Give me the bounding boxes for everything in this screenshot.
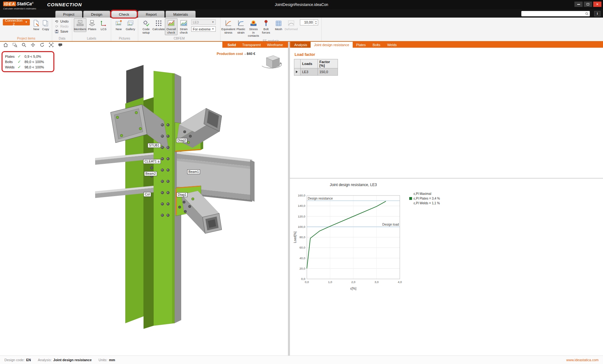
rotate-view-icon[interactable] — [40, 42, 45, 47]
label-tool-icon[interactable] — [58, 42, 63, 47]
equivalent-stress-button[interactable]: Equivalent stress — [222, 18, 235, 35]
tab-report[interactable]: Report — [138, 11, 165, 18]
tab-welds[interactable]: Welds — [384, 42, 400, 48]
save-button[interactable]: Save — [54, 29, 70, 34]
member-label-stub1[interactable]: STUB1 — [148, 143, 161, 148]
app-window: IDEAStatiCa® Calculate yesterday's estim… — [0, 0, 603, 364]
search-input[interactable] — [523, 12, 585, 16]
picture-new-button[interactable]: New — [113, 18, 125, 32]
deformed-button[interactable]: Deformed — [285, 18, 297, 32]
tab-project[interactable]: Project — [55, 11, 82, 18]
copy-icon — [42, 19, 49, 27]
calculate-icon — [155, 19, 162, 27]
production-cost: Production cost- 840 € — [217, 52, 255, 56]
toolbar-row: Solid Transparent Wireframe Analysis Joi… — [0, 42, 603, 48]
design-code-value: EN — [26, 358, 31, 362]
labels-plates-toggle[interactable]: Plates — [86, 18, 98, 32]
connection-3d-model[interactable] — [0, 48, 288, 356]
home-view-icon[interactable] — [3, 42, 8, 47]
code-setup-icon — [142, 19, 150, 27]
plastic-strain-button[interactable]: Plastic strain — [235, 18, 247, 35]
svg-text:3,0: 3,0 — [374, 280, 378, 284]
main-tab-row: Project Design Check Report Materials i — [0, 9, 603, 18]
stress-in-contacts-button[interactable]: Stress in contacts — [247, 18, 260, 39]
tab-check[interactable]: Check — [111, 11, 137, 18]
info-button[interactable]: i — [594, 11, 600, 16]
deformed-scale-spinner[interactable]: 10,00 ▲▼ — [300, 19, 318, 25]
website-link[interactable]: www.ideastatica.com — [566, 358, 599, 362]
resistance-chart: 0,020,040,060,080,0100,0120,0140,0160,00… — [292, 180, 506, 293]
overall-check-button[interactable]: Overall check — [165, 18, 177, 35]
cell-factor[interactable]: 150,0 — [318, 68, 338, 76]
bolt-forces-button[interactable]: Bolt forces — [260, 18, 272, 35]
close-button[interactable]: ✕ — [593, 2, 601, 7]
svg-text:40,0: 40,0 — [300, 256, 306, 260]
tab-design[interactable]: Design — [83, 11, 110, 18]
maximize-button[interactable] — [584, 2, 592, 7]
svg-text:1,0: 1,0 — [328, 280, 332, 284]
new-project-item-button[interactable]: New — [32, 18, 41, 32]
chart-panel: 0,020,040,060,080,0100,0120,0140,0160,00… — [290, 179, 603, 356]
svg-text:80,0: 80,0 — [300, 235, 306, 239]
chevron-down-icon: ▼ — [212, 28, 214, 30]
picture-gallery-button[interactable]: Gallery — [125, 18, 137, 32]
check-row-welds: Welds ✓ 98,0 < 100% — [5, 64, 51, 70]
copy-button[interactable]: Copy — [41, 18, 50, 32]
column-member[interactable] — [125, 65, 181, 329]
extreme-dropdown[interactable]: For extreme▼ — [191, 26, 216, 32]
search-icon[interactable] — [585, 12, 589, 16]
connection-selector[interactable]: Connection 2▼ — [3, 19, 30, 25]
zoom-window-icon[interactable] — [12, 42, 17, 47]
new-document-icon — [32, 19, 40, 27]
undo-button[interactable]: Undo — [54, 19, 70, 24]
load-case-dropdown[interactable]: LE3▼ — [191, 19, 216, 25]
member-label-diag1[interactable]: Diag1 — [177, 192, 187, 197]
diag2-member[interactable] — [175, 108, 222, 152]
cell-loads[interactable]: LE3 — [301, 68, 318, 76]
tab-joint-design-resistance[interactable]: Joint design resistance — [311, 42, 353, 48]
check-pass-icon: ✓ — [18, 65, 24, 69]
tab-analysis[interactable]: Analysis — [291, 42, 311, 48]
member-label-beam1[interactable]: Beam1 — [187, 169, 200, 174]
save-icon — [55, 29, 59, 34]
spinner-down-icon[interactable]: ▼ — [315, 23, 317, 25]
member-label-col[interactable]: Col — [144, 192, 151, 197]
ribbon-group-project-items: Connection 2▼ New Copy Project items — [1, 18, 52, 41]
table-row[interactable]: LE3 150,0 — [294, 68, 338, 76]
calculate-button[interactable]: Calculate — [152, 18, 165, 32]
zoom-icon[interactable] — [21, 42, 26, 47]
member-label-cleat1[interactable]: CLEAT1 a — [143, 159, 161, 164]
svg-text:140,0: 140,0 — [298, 204, 305, 207]
ribbon-group-pictures: New Gallery Pictures — [111, 18, 138, 41]
tab-bolts[interactable]: Bolts — [369, 42, 383, 48]
bolt-forces-icon — [262, 19, 270, 27]
spinner-up-icon[interactable]: ▲ — [315, 20, 317, 23]
tab-plates[interactable]: Plates — [353, 42, 369, 48]
labels-members-toggle[interactable]: Members — [74, 18, 86, 32]
pan-icon[interactable] — [30, 42, 35, 47]
svg-text:ε,Pl Welds = 1,1 %: ε,Pl Welds = 1,1 % — [414, 201, 440, 205]
group-label-data: Data — [54, 36, 70, 41]
member-label-beam2[interactable]: Beam2 — [144, 171, 157, 176]
display-mode-transparent[interactable]: Transparent — [242, 43, 261, 47]
plates-label-icon — [88, 19, 96, 27]
minimize-button[interactable] — [574, 2, 583, 7]
row-selector[interactable] — [294, 68, 301, 76]
deformed-icon — [287, 19, 295, 27]
code-setup-button[interactable]: Code setup — [140, 18, 152, 35]
undo-icon — [55, 19, 59, 24]
redo-button[interactable]: Redo — [54, 24, 70, 29]
member-label-diag2[interactable]: Diag2 — [176, 138, 187, 143]
strain-check-button[interactable]: Strain check — [177, 18, 190, 35]
display-mode-solid[interactable]: Solid — [227, 43, 236, 47]
load-factor-table: Loads Factor [%] LE3 150,0 — [294, 59, 338, 76]
labels-lcs-toggle[interactable]: LCS — [98, 18, 110, 32]
display-mode-wireframe[interactable]: Wireframe — [267, 43, 283, 47]
svg-text:Joint design resistance, LE3: Joint design resistance, LE3 — [330, 183, 377, 187]
viewport-3d-area[interactable]: Plates ✓ 0,9 < 5,0% Bolts ✓ 89,0 < 100% … — [0, 48, 288, 356]
mesh-button[interactable]: Mesh — [272, 18, 285, 32]
zoom-fit-icon[interactable] — [49, 42, 54, 47]
column-header-loads: Loads — [301, 59, 318, 68]
navigation-cube[interactable] — [259, 53, 284, 72]
tab-materials[interactable]: Materials — [166, 11, 196, 18]
